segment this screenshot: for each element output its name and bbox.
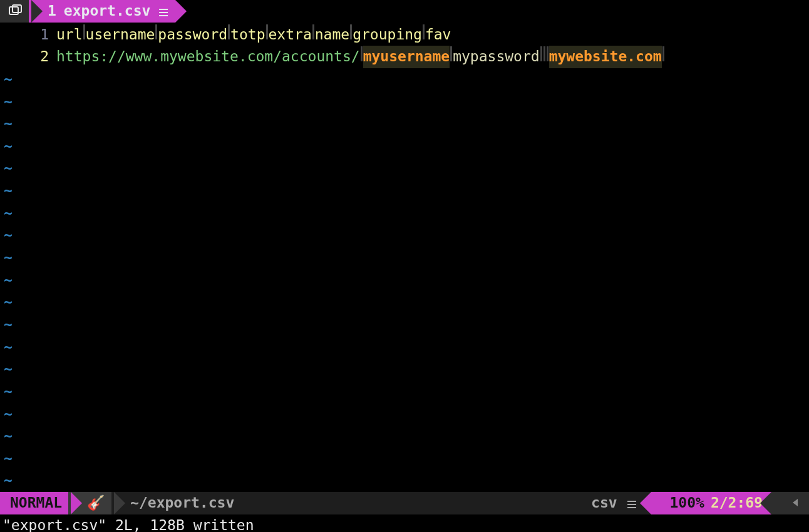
empty-line-tilde: ~ (0, 358, 809, 381)
csv-sep-icon (83, 24, 85, 39)
empty-line-tilde: ~ (0, 314, 809, 336)
csv-sep-icon (350, 24, 352, 39)
file-segment: ~/export.csv (111, 492, 243, 514)
end-segment (771, 492, 809, 514)
csv-sep-icon (547, 46, 549, 61)
tab-active[interactable]: 1 export.csv (29, 0, 175, 23)
svg-rect-0 (9, 7, 18, 14)
csv-header: username (86, 24, 155, 46)
position-segment: 100% 2/2:69 (651, 492, 771, 514)
empty-line-tilde: ~ (0, 403, 809, 426)
csv-header: name (315, 24, 349, 46)
empty-line-tilde: ~ (0, 68, 809, 91)
csv-sep-icon (228, 24, 230, 39)
csv-sep-icon (540, 46, 542, 61)
csv-sep-icon (266, 24, 268, 39)
empty-line-tilde: ~ (0, 247, 809, 269)
code-line: 1 url username password totp extra name … (0, 24, 809, 46)
empty-line-tilde: ~ (0, 381, 809, 403)
filetype-label: csv (591, 492, 617, 514)
line-number-active: 2 (0, 46, 56, 68)
empty-line-tilde: ~ (0, 180, 809, 202)
empty-line-tilde: ~ (0, 224, 809, 247)
csv-value-url: https://www.mywebsite.com/accounts/ (56, 46, 360, 68)
line-number: 1 (0, 24, 56, 46)
tab-bar: 1 export.csv (0, 0, 809, 23)
empty-line-tilde: ~ (0, 113, 809, 135)
mode-label: NORMAL (10, 492, 62, 514)
buffer-icon (9, 0, 23, 23)
csv-sep-icon (155, 24, 157, 39)
csv-sep-icon (450, 46, 452, 61)
csv-header: extra (269, 24, 312, 46)
message-text: "export.csv" 2L, 128B written (3, 514, 254, 532)
csv-sep-icon (312, 24, 314, 39)
csv-header: url (56, 24, 83, 46)
command-line[interactable]: "export.csv" 2L, 128B written (0, 514, 809, 532)
mode-segment: NORMAL (0, 492, 71, 514)
csv-value-password: mypassword (453, 46, 539, 68)
csv-value-username: myusername (363, 46, 450, 68)
csv-sep-icon (423, 24, 425, 39)
empty-line-tilde: ~ (0, 157, 809, 180)
tab-segment-icon[interactable] (0, 0, 31, 23)
svg-marker-8 (793, 499, 798, 506)
csv-header: grouping (353, 24, 422, 46)
csv-header: fav (425, 24, 451, 46)
file-path: ~/export.csv (130, 492, 234, 514)
branch-icon: 🎸 (87, 492, 105, 514)
code-line: 2 https://www.mywebsite.com/accounts/ my… (0, 46, 809, 68)
tab-index: 1 (48, 0, 56, 23)
empty-line-tilde: ~ (0, 291, 809, 314)
modified-icon (158, 0, 169, 23)
csv-header: password (158, 24, 227, 46)
empty-line-tilde: ~ (0, 336, 809, 359)
status-line: NORMAL 🎸 ~/export.csv csv 100% 2/2:69 (0, 492, 809, 514)
tab-filename: export.csv (64, 0, 150, 23)
editor-area[interactable]: 1 url username password totp extra name … (0, 23, 809, 492)
empty-line-tilde: ~ (0, 269, 809, 292)
empty-line-tilde: ~ (0, 425, 809, 448)
filetype-icon (626, 492, 637, 514)
empty-line-tilde: ~ (0, 448, 809, 470)
csv-header: totp (230, 24, 265, 46)
empty-line-tilde: ~ (0, 469, 809, 492)
location-label: 2/2:69 (711, 492, 763, 514)
empty-line-tilde: ~ (0, 135, 809, 158)
svg-rect-1 (13, 5, 21, 13)
empty-line-tilde: ~ (0, 202, 809, 225)
percent-label: 100% (670, 492, 704, 514)
csv-value-name: mywebsite.com (549, 46, 662, 68)
csv-sep-icon (544, 46, 545, 61)
csv-sep-icon (361, 46, 363, 61)
csv-sep-icon (662, 46, 664, 61)
chevron-left-icon (790, 492, 800, 514)
empty-line-tilde: ~ (0, 91, 809, 113)
